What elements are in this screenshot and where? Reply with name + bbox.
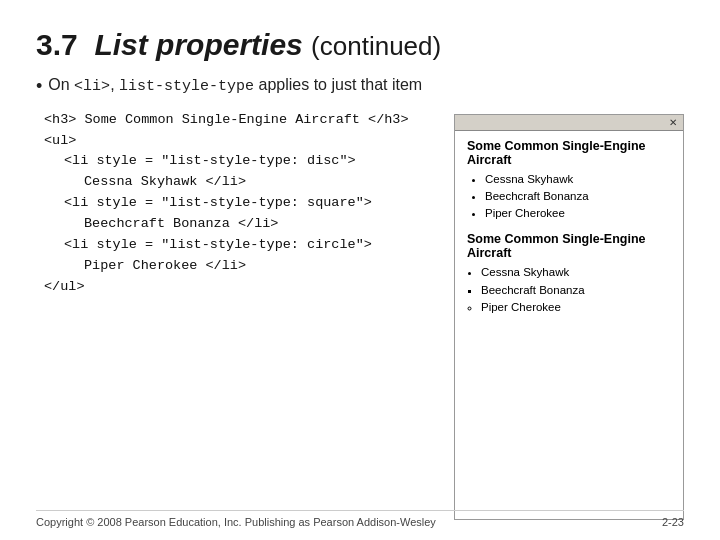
code-block: <h3> Some Common Single-Engine Aircraft … [44, 110, 444, 298]
code-line1: <h3> Some Common Single-Engine Aircraft … [44, 110, 444, 131]
slide-title: 3.7 List properties (continued) [36, 28, 684, 62]
browser-titlebar: ✕ [455, 115, 683, 131]
bullet-suffix: applies to just that item [259, 76, 423, 93]
title-number: 3.7 [36, 28, 78, 61]
slide: 3.7 List properties (continued) • On <li… [0, 0, 720, 540]
bullet-point: • On <li>, list-style-type applies to ju… [36, 76, 684, 98]
preview-section2-list: Cessna Skyhawk Beechcraft Bonanza Piper … [481, 264, 671, 316]
close-icon[interactable]: ✕ [669, 117, 677, 128]
code-column: <h3> Some Common Single-Engine Aircraft … [36, 110, 444, 520]
bullet-sep: , [110, 76, 114, 93]
code-line7: <li style = "list-style-type: circle"> [64, 235, 444, 256]
bullet-code1: <li> [74, 78, 110, 95]
code-line5: <li style = "list-style-type: square"> [64, 193, 444, 214]
browser-preview: ✕ Some Common Single-Engine Aircraft Ces… [454, 114, 684, 520]
preview-section1-heading: Some Common Single-Engine Aircraft [467, 139, 671, 167]
code-line9: </ul> [44, 277, 444, 298]
title-continued: (continued) [311, 31, 441, 61]
list-item: Beechcraft Bonanza [485, 188, 671, 205]
bullet-text: On <li>, list-style-type applies to just… [48, 76, 422, 95]
preview-section2-heading: Some Common Single-Engine Aircraft [467, 232, 671, 260]
list-item: Cessna Skyhawk [481, 264, 671, 281]
copyright-text: Copyright © 2008 Pearson Education, Inc.… [36, 516, 436, 528]
page-number: 2-23 [662, 516, 684, 528]
code-line8: Piper Cherokee </li> [84, 256, 444, 277]
code-line3: <li style = "list-style-type: disc"> [64, 151, 444, 172]
code-line6: Beechcraft Bonanza </li> [84, 214, 444, 235]
slide-footer: Copyright © 2008 Pearson Education, Inc.… [36, 510, 684, 528]
list-item: Cessna Skyhawk [485, 171, 671, 188]
list-item: Piper Cherokee [485, 205, 671, 222]
main-content: <h3> Some Common Single-Engine Aircraft … [36, 110, 684, 520]
bullet-code2: list-style-type [119, 78, 254, 95]
list-item: Piper Cherokee [481, 299, 671, 316]
bullet-prefix: On [48, 76, 69, 93]
bullet-dot: • [36, 76, 42, 98]
code-line4: Cessna Skyhawk </li> [84, 172, 444, 193]
browser-body: Some Common Single-Engine Aircraft Cessn… [455, 131, 683, 335]
code-line2: <ul> [44, 131, 444, 152]
list-item: Beechcraft Bonanza [481, 282, 671, 299]
title-main: List properties [94, 28, 302, 61]
preview-section1-list: Cessna Skyhawk Beechcraft Bonanza Piper … [485, 171, 671, 223]
